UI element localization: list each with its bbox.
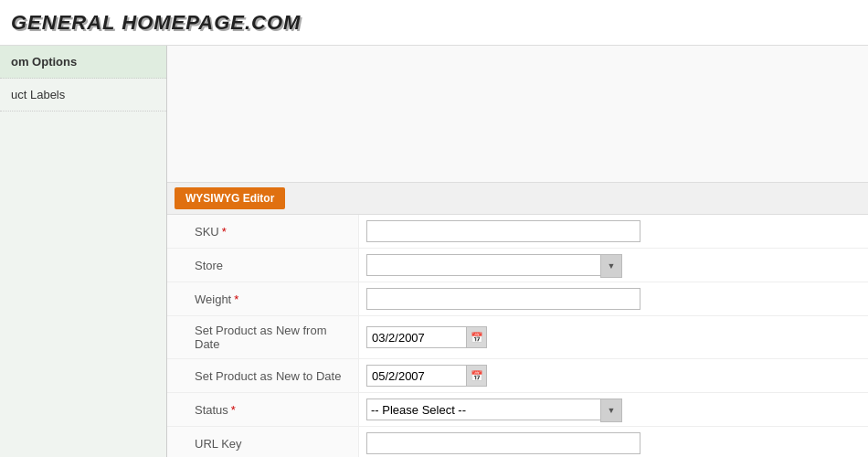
label-url-key: URL Key: [167, 427, 359, 457]
label-status: Status*: [167, 393, 359, 426]
label-sku: SKU*: [167, 215, 359, 248]
new-from-date-wrapper: 📅: [366, 326, 487, 348]
sidebar-item-product-labels[interactable]: uct Labels: [0, 79, 166, 112]
header: General Homepage.com: [0, 0, 868, 46]
editor-section: WYSIWYG Editor: [167, 46, 868, 215]
editor-box: [167, 46, 868, 182]
form-row-status: Status* -- Please Select -- Enabled Disa…: [167, 393, 868, 427]
form-row-sku: SKU*: [167, 215, 868, 249]
field-url-key: [359, 428, 868, 457]
label-new-to-date: Set Product as New to Date: [167, 359, 359, 392]
weight-input[interactable]: [366, 288, 640, 310]
new-from-date-calendar-icon[interactable]: 📅: [467, 326, 487, 348]
sidebar-item-custom-options[interactable]: om Options: [0, 46, 166, 79]
field-sku: [359, 216, 868, 247]
form-row-new-from-date: Set Product as New from Date 📅: [167, 316, 868, 359]
new-to-date-input[interactable]: [366, 365, 467, 387]
field-new-to-date: 📅: [359, 360, 868, 391]
new-from-date-input[interactable]: [366, 326, 467, 348]
status-select-wrapper: -- Please Select -- Enabled Disabled: [366, 399, 622, 420]
logo: General Homepage.com: [11, 11, 301, 35]
field-store: Default Store View: [359, 250, 868, 281]
store-select[interactable]: Default Store View: [366, 254, 622, 276]
status-select[interactable]: -- Please Select -- Enabled Disabled: [366, 399, 622, 420]
form-row-url-key: URL Key: [167, 427, 868, 457]
url-key-input[interactable]: [366, 432, 640, 454]
new-to-date-wrapper: 📅: [366, 365, 487, 387]
field-weight: [359, 283, 868, 314]
wysiwyg-bar: WYSIWYG Editor: [167, 182, 868, 214]
label-new-from-date: Set Product as New from Date: [167, 316, 359, 358]
label-store: Store: [167, 249, 359, 282]
page-wrapper: General Homepage.com om Options uct Labe…: [0, 0, 868, 457]
form-section: SKU* Store Default S: [167, 215, 868, 457]
sidebar-item-product-labels-label: uct Labels: [11, 88, 65, 101]
store-select-wrapper: Default Store View: [366, 254, 622, 276]
form-row-store: Store Default Store View: [167, 249, 868, 282]
sidebar-item-custom-options-label: om Options: [11, 55, 77, 69]
field-status: -- Please Select -- Enabled Disabled: [359, 394, 868, 425]
label-weight: Weight*: [167, 282, 359, 315]
form-row-new-to-date: Set Product as New to Date 📅: [167, 359, 868, 393]
form-row-weight: Weight*: [167, 282, 868, 316]
main-layout: om Options uct Labels WYSIWYG Editor SKU: [0, 46, 868, 457]
new-to-date-calendar-icon[interactable]: 📅: [467, 365, 487, 387]
field-new-from-date: 📅: [359, 322, 868, 353]
content-area: WYSIWYG Editor SKU* Store: [167, 46, 868, 457]
wysiwyg-editor-button[interactable]: WYSIWYG Editor: [175, 187, 285, 209]
sidebar: om Options uct Labels: [0, 46, 167, 457]
sku-input[interactable]: [366, 220, 640, 242]
